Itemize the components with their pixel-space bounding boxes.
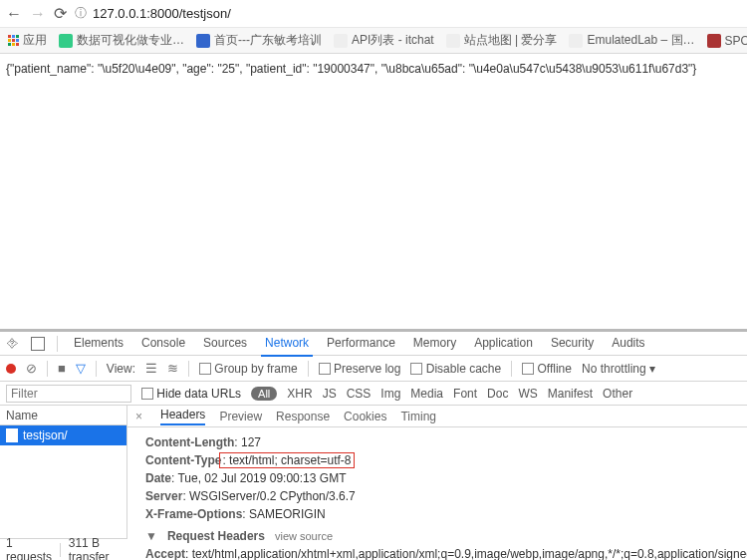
devtools-panel: ⯑ Elements Console Sources Network Perfo… [0,329,747,560]
headers-view: Content-Length: 127 Content-Type: text/h… [127,427,747,560]
view-label: View: [107,362,135,376]
throttling-select[interactable]: No throttling ▾ [582,362,655,376]
tab-elements[interactable]: Elements [70,331,127,357]
subtab-preview[interactable]: Preview [219,410,262,423]
site-info-icon[interactable]: ⓘ [75,5,87,22]
requests-count: 1 requests [6,536,52,561]
bookmark-item[interactable]: EmulatedLab – 国… [569,32,694,49]
favicon-icon [334,34,348,48]
page-content: {"patient_name": "\u5f20\u4e09", "age": … [0,54,747,84]
request-details: × Headers Preview Response Cookies Timin… [127,406,747,560]
type-filter[interactable]: XHR [287,387,312,401]
tab-sources[interactable]: Sources [199,331,251,357]
type-filter[interactable]: Media [410,387,443,401]
back-icon[interactable]: ← [6,5,22,23]
chevron-down-icon: ▾ [649,362,655,376]
header-row: Content-Type: text/html; charset=utf-8 [145,451,737,469]
favicon-icon [707,34,721,48]
bookmark-item[interactable]: 站点地图 | 爱分享 [446,32,558,49]
bookmarks-bar: 应用 数据可视化做专业… 首页---广东敏考培训 API列表 - itchat … [0,28,747,54]
bookmark-item[interactable]: 首页---广东敏考培训 [196,32,322,49]
forward-icon[interactable]: → [30,5,46,23]
group-by-frame-checkbox[interactable]: Group by frame [199,362,298,376]
tab-memory[interactable]: Memory [409,331,460,357]
url-text: 127.0.0.1:8000/testjson/ [93,6,231,21]
network-status-bar: 1 requests 311 B transfer [0,538,127,560]
subtab-cookies[interactable]: Cookies [344,410,386,423]
type-filter[interactable]: Img [380,387,400,401]
tab-application[interactable]: Application [470,331,537,357]
favicon-icon [569,34,583,48]
tab-performance[interactable]: Performance [323,331,399,357]
filter-toggle-icon[interactable]: ▽ [76,361,86,376]
transfer-size: 311 B transfer [69,536,122,561]
bookmark-item[interactable]: API列表 - itchat [334,32,434,49]
apps-icon [8,35,19,46]
apps-label: 应用 [23,32,47,49]
type-filter[interactable]: Doc [487,387,508,401]
type-filter[interactable]: WS [518,387,537,401]
devtools-top-bar: ⯑ Elements Console Sources Network Perfo… [0,332,747,356]
raw-json-text: {"patient_name": "\u5f20\u4e09", "age": … [6,62,696,76]
network-controls-bar: ⊘ ■ ▽ View: ☰ ≋ Group by frame Preserve … [0,356,747,382]
type-filter[interactable]: CSS [347,387,372,401]
header-row: Date: Tue, 02 Jul 2019 09:00:13 GMT [145,469,737,487]
type-filter[interactable]: JS [323,387,337,401]
tab-network[interactable]: Network [261,331,313,357]
hide-data-urls-checkbox[interactable]: Hide data URLs [141,387,241,401]
type-filters: XHR JS CSS Img Media Font Doc WS Manifes… [287,387,632,401]
close-icon[interactable]: × [135,410,142,423]
waterfall-icon[interactable]: ≋ [167,361,178,376]
reload-icon[interactable]: ⟳ [54,4,67,23]
document-icon [6,428,18,442]
record-icon[interactable] [6,364,16,374]
preserve-log-checkbox[interactable]: Preserve log [319,362,401,376]
filter-input[interactable] [6,385,131,403]
favicon-icon [196,34,210,48]
offline-checkbox[interactable]: Offline [522,362,572,376]
type-filter[interactable]: Font [453,387,477,401]
network-filter-bar: Hide data URLs All XHR JS CSS Img Media … [0,382,747,406]
type-filter[interactable]: Manifest [548,387,593,401]
subtab-response[interactable]: Response [276,410,330,423]
header-row: Accept: text/html,application/xhtml+xml,… [145,545,737,560]
devtools-tabs: Elements Console Sources Network Perform… [70,331,649,357]
details-subtabs: × Headers Preview Response Cookies Timin… [127,406,747,427]
bookmark-item[interactable]: 数据可视化做专业… [59,32,184,49]
subtab-timing[interactable]: Timing [400,410,436,423]
tab-audits[interactable]: Audits [608,331,648,357]
request-name: testjson/ [23,428,68,442]
view-source-link[interactable]: view source [275,530,333,542]
tab-console[interactable]: Console [137,331,189,357]
type-filter-all[interactable]: All [251,387,277,401]
inspect-icon[interactable]: ⯑ [6,336,19,351]
apps-shortcut[interactable]: 应用 [8,32,47,49]
large-rows-icon[interactable]: ☰ [145,361,157,376]
request-row-selected[interactable]: testjson/ [0,425,126,445]
type-filter[interactable]: Other [603,387,632,401]
device-toggle-icon[interactable] [31,337,45,351]
tab-security[interactable]: Security [547,331,598,357]
address-bar[interactable]: ⓘ 127.0.0.1:8000/testjson/ [75,5,231,22]
clear-icon[interactable]: ⊘ [26,361,37,376]
browser-nav-bar: ← → ⟳ ⓘ 127.0.0.1:8000/testjson/ [0,0,747,28]
triangle-down-icon: ▼ [145,529,157,543]
disable-cache-checkbox[interactable]: Disable cache [410,362,501,376]
subtab-headers[interactable]: Headers [160,408,205,425]
header-row: Server: WSGIServer/0.2 CPython/3.6.7 [145,487,737,505]
favicon-icon [446,34,460,48]
camera-icon[interactable]: ■ [58,361,66,376]
header-row: Content-Length: 127 [145,433,737,451]
bookmark-item[interactable]: SPOTO - EVE-NG… [707,34,747,48]
favicon-icon [59,34,73,48]
header-row: X-Frame-Options: SAMEORIGIN [145,505,737,523]
column-header-name[interactable]: Name [0,406,126,425]
request-headers-section[interactable]: ▼ Request Headers view source [145,523,737,545]
